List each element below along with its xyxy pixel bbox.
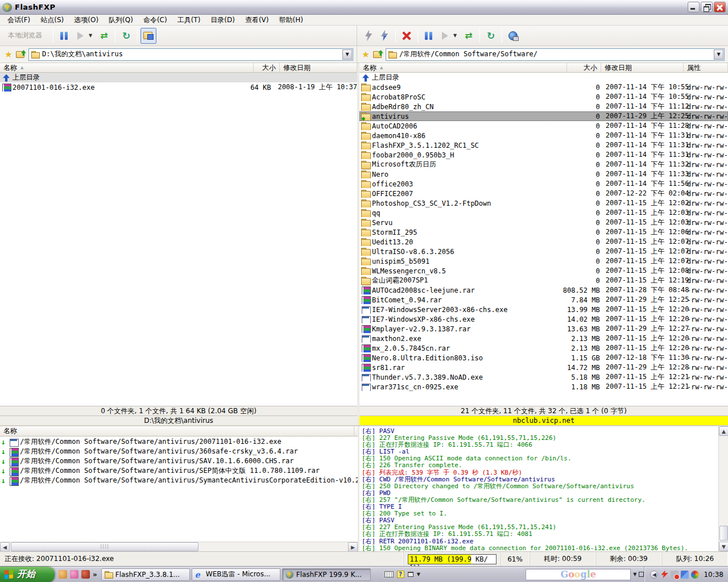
file-row[interactable]: OFFICE2007 0 2007-12-22 下午 02:04 drw-rw-… (359, 189, 728, 198)
column-attr[interactable]: 属性 (684, 63, 728, 72)
queue-item[interactable]: ↓ /常用软件/Common Software/Software/antivir… (0, 476, 358, 485)
queue-item[interactable]: ↓ /常用软件/Common Software/Software/antivir… (0, 456, 358, 466)
scroll-up-arrow[interactable]: ▲ (719, 426, 728, 436)
folder-up-icon[interactable] (16, 50, 26, 59)
file-row[interactable]: Nero 0 2007-11-14 下午 11:33 drw-rw-rw- (359, 169, 728, 179)
google-search-input[interactable]: Google (526, 569, 631, 580)
menu-item[interactable]: 查看(V) (240, 15, 274, 26)
file-row[interactable]: IE7-WindowsXP-x86-chs.exe 14.02 MB 2007-… (359, 314, 728, 324)
quick-connect-button[interactable] (377, 28, 392, 44)
deskband-button[interactable] (639, 572, 644, 577)
queue-item[interactable]: ↓ /常用软件/Common Software/Software/antivir… (0, 447, 358, 456)
file-row[interactable]: foobar2000_0.950b3_H 0 2007-11-14 下午 11:… (359, 150, 728, 160)
messenger-tray-icon[interactable] (681, 571, 689, 579)
path-dropdown-button[interactable]: ▼ (342, 49, 352, 60)
menu-item[interactable]: 帮助(H) (274, 15, 308, 26)
file-row[interactable]: Servu 0 2007-11-15 上午 12:03 drw-rw-rw- (359, 218, 728, 227)
favorites-star-icon[interactable]: ★ (361, 49, 371, 60)
queue-list[interactable]: ↓ /常用软件/Common Software/Software/antivir… (0, 436, 358, 542)
blocked-tray-icon[interactable] (671, 571, 679, 579)
go-button-remote[interactable] (437, 28, 453, 44)
file-row[interactable]: 金山词霸2007SP1 0 2007-11-15 上午 12:19 drw-rw… (359, 276, 728, 285)
chevron-down-icon[interactable]: ▼ (417, 572, 420, 577)
file-row[interactable]: wrar371sc_cn-0925.exe 1.18 MB 2007-11-15… (359, 382, 728, 392)
file-row[interactable]: antivirus 0 2007-11-29 上午 12:25 drw-rw-r… (359, 111, 728, 121)
file-row[interactable]: BitComet_0.94.rar 7.84 MB 2007-11-29 上午 … (359, 295, 728, 305)
file-row[interactable]: sr81.rar 14.72 MB 2007-11-29 上午 12:28 -r… (359, 363, 728, 372)
scrollbar-thumb[interactable] (11, 542, 198, 551)
close-button[interactable] (714, 2, 726, 13)
file-row[interactable]: Uedit13.20 0 2007-11-15 上午 12:07 drw-rw-… (359, 237, 728, 247)
file-row[interactable]: acdsee9 0 2007-11-14 下午 10:55 drw-rw-rw- (359, 82, 728, 92)
file-row[interactable]: Photoshop_CS3_SC_V1.2-FtpDown 0 2007-11-… (359, 198, 728, 208)
tray-collapse-chevron[interactable]: ◀ (650, 571, 658, 579)
transfer-button-remote[interactable]: ⇄ (461, 28, 477, 44)
file-row[interactable]: maxthon2.exe 2.13 MB 2007-11-15 上午 12:20… (359, 334, 728, 343)
file-row[interactable]: WLMessengercn_v8.5 0 2007-11-15 上午 12:08… (359, 266, 728, 276)
file-row[interactable]: office2003 0 2007-11-14 下午 11:56 drw-rw-… (359, 179, 728, 189)
file-row[interactable]: FlashFXP_3.5.1.1202_RC1_SC 0 2007-11-14 … (359, 140, 728, 150)
file-row[interactable]: IE7-WindowsServer2003-x86-chs.exe 13.99 … (359, 305, 728, 314)
log-vertical-scrollbar[interactable]: ▲ ▼ (718, 426, 728, 551)
file-row[interactable]: Microsoft农历日历 0 2007-11-14 下午 11:32 drw-… (359, 160, 728, 169)
column-date[interactable]: 修改日期 (280, 63, 357, 72)
remote-path-combobox[interactable]: /常用软件/Common Software/Software/ ▼ (386, 48, 725, 61)
file-row[interactable]: Kmplayer-v2.9.3.1387.rar 13.63 MB 2007-1… (359, 324, 728, 334)
column-date[interactable]: 修改日期 (601, 63, 684, 72)
column-name[interactable]: 名称▲ (0, 63, 254, 72)
flashget-tray-icon[interactable] (660, 571, 668, 579)
quick-launch-icon[interactable] (81, 570, 90, 579)
path-dropdown-button[interactable]: ▼ (714, 49, 723, 60)
taskbar-task-button[interactable]: FlashFXP_3.3.8.1... (101, 568, 190, 581)
scroll-down-arrow[interactable]: ▼ (719, 542, 728, 551)
menu-item[interactable]: 目录(D) (205, 15, 240, 26)
refresh-button[interactable]: ↻ (118, 28, 134, 44)
folder-up-icon[interactable] (373, 50, 383, 59)
scroll-right-arrow[interactable]: ▶ (348, 542, 358, 552)
pause-button[interactable] (56, 28, 72, 44)
local-file-list[interactable]: 上层目录 20071101-016-i32.exe 64 KB 2008-1-1… (0, 73, 357, 406)
connect-button[interactable] (361, 28, 377, 44)
menu-item[interactable]: 队列(Q) (104, 15, 138, 26)
ftp-log[interactable]: [右] PASV[右] 227 Entering Passive Mode (6… (359, 426, 718, 551)
help-badge-icon[interactable]: ? (397, 571, 404, 578)
column-size[interactable]: 大小 (254, 63, 280, 72)
start-button[interactable]: 开始 (0, 567, 55, 582)
file-row[interactable]: StormII_295 0 2007-11-15 上午 12:06 drw-rw… (359, 227, 728, 237)
file-row[interactable]: Thunder.v5.7.3.389.NoAD.exe 5.18 MB 2007… (359, 372, 728, 382)
language-bar-restore-icon[interactable] (408, 572, 413, 577)
scroll-left-arrow[interactable]: ◀ (0, 542, 10, 552)
chevron-down-icon[interactable]: ▼ (633, 572, 636, 577)
quick-launch-icon[interactable] (70, 570, 78, 579)
file-row[interactable]: Acrobat8ProSC 0 2007-11-14 下午 10:55 drw-… (359, 92, 728, 102)
file-row[interactable]: 20071101-016-i32.exe 64 KB 2008-1-19 上午 … (0, 82, 357, 92)
go-button[interactable] (72, 28, 88, 44)
file-row[interactable]: AUTOcad2008sc-leejune.rar 808.52 MB 2007… (359, 285, 728, 295)
queue-column-header[interactable]: 名称 (0, 426, 358, 436)
queue-horizontal-scrollbar[interactable]: ◀ ▶ (0, 542, 358, 551)
taskbar-task-button[interactable]: FlashFXP 199.9 K... (282, 568, 371, 581)
file-row[interactable]: qq 0 2007-11-15 上午 12:03 drw-rw-rw- (359, 208, 728, 218)
quick-launch-icon[interactable] (59, 570, 67, 579)
site-browser-view-button[interactable] (505, 28, 521, 44)
queue-item[interactable]: ↓ /常用软件/Common Software/Software/antivir… (0, 437, 358, 447)
menu-item[interactable]: 选项(O) (69, 15, 104, 26)
file-row[interactable]: 上层目录 (0, 73, 357, 82)
go-dropdown-button-remote[interactable]: ▼ (453, 28, 461, 44)
favorites-star-icon[interactable]: ★ (3, 49, 14, 60)
file-row[interactable]: daemon410-x86 0 2007-11-14 下午 11:31 drw-… (359, 131, 728, 140)
local-browser-view-button[interactable] (140, 28, 156, 44)
menu-item[interactable]: 工具(T) (172, 15, 206, 26)
local-path-combobox[interactable]: D:\我的文档\antivirus ▼ (28, 48, 353, 61)
queue-item[interactable]: ↓ /常用软件/Common Software/Software/antivir… (0, 466, 358, 476)
menu-item[interactable]: 站点(S) (35, 15, 69, 26)
quick-launch-overflow-chevron[interactable]: » (93, 571, 97, 579)
remote-file-list[interactable]: 上层目录 acdsee9 0 2007-11-14 下午 10:55 drw-r… (359, 73, 728, 406)
menu-item[interactable]: 命令(C) (138, 15, 172, 26)
antivirus-tray-icon[interactable] (691, 571, 699, 579)
file-row[interactable]: 上层目录 (359, 73, 728, 82)
column-size[interactable]: 大小 (567, 63, 601, 72)
abort-button[interactable] (399, 28, 415, 44)
refresh-button-remote[interactable]: ↻ (483, 28, 499, 44)
file-row[interactable]: AdbeRdr80_zh_CN 0 2007-11-14 下午 11:12 dr… (359, 102, 728, 111)
